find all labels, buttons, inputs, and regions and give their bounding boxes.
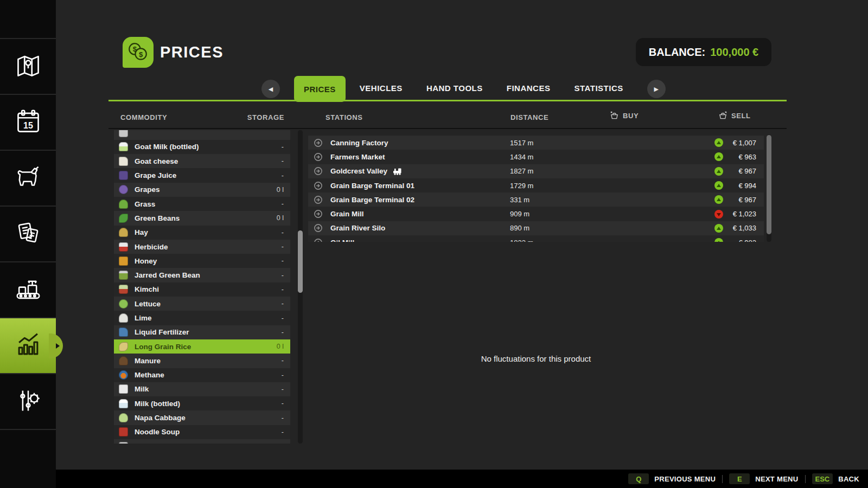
methane-icon: [119, 370, 128, 380]
commodity-row[interactable]: Milk-: [114, 382, 290, 396]
balance-label: BALANCE:: [649, 46, 705, 59]
tabs-prev-button[interactable]: ◀: [261, 80, 280, 98]
svg-text:$: $: [139, 50, 143, 59]
commodity-storage: -: [282, 386, 284, 393]
station-row[interactable]: Grain Barge Terminal 011729 m€ 994: [308, 178, 764, 192]
tab-hand-tools[interactable]: HAND TOOLS: [417, 76, 493, 100]
station-scrollbar-thumb[interactable]: [767, 135, 771, 234]
commodity-row[interactable]: Kimchi-: [114, 282, 290, 297]
commodity-storage: -: [282, 143, 284, 151]
commodity-row[interactable]: Milk (bottled)-: [114, 396, 290, 410]
sidebar-divider: [0, 429, 56, 430]
sidebar-spacer: [0, 0, 56, 38]
goat-cheese-icon: [119, 157, 128, 166]
buy-basket-icon: [610, 111, 619, 120]
honey-icon: [119, 256, 128, 266]
commodity-scrollbar[interactable]: [298, 130, 303, 444]
balance-value: 100,000 €: [710, 46, 758, 59]
liquid-fertilizer-icon: [119, 328, 128, 337]
commodity-row[interactable]: Napa Cabbage-: [114, 410, 290, 425]
commodity-row-partial[interactable]: [114, 439, 290, 444]
map-icon: [14, 51, 43, 82]
commodity-storage: -: [282, 357, 284, 364]
commodity-storage: -: [282, 300, 284, 307]
station-scrollbar[interactable]: [767, 134, 771, 242]
commodity-storage: -: [282, 172, 284, 179]
sidebar-item-statistics[interactable]: [0, 317, 56, 373]
hint-label: PREVIOUS MENU: [654, 475, 716, 483]
station-row[interactable]: Canning Factory1517 m€ 1,007: [308, 136, 764, 150]
commodity-storage: -: [282, 329, 284, 336]
station-sell-price: € 1,033: [728, 224, 756, 232]
station-row[interactable]: Goldcrest Valley1827 m€ 967: [308, 164, 764, 178]
commodity-storage: -: [282, 157, 284, 165]
price-trend-up-icon: [714, 138, 723, 147]
sidebar-item-production[interactable]: [0, 261, 56, 317]
commodity-row[interactable]: Liquid Fertilizer-: [114, 325, 290, 339]
commodity-row[interactable]: Hay-: [114, 226, 290, 240]
commodity-name: Lime: [135, 314, 282, 322]
commodity-row[interactable]: Long Grain Rice0 l: [114, 339, 290, 354]
footer-hint-back[interactable]: ESCBACK: [812, 473, 860, 484]
commodity-name: Herbicide: [135, 243, 282, 251]
commodity-row[interactable]: Goat Milk (bottled)-: [114, 140, 290, 154]
tab-finances[interactable]: FINANCES: [497, 76, 560, 100]
svg-text:15: 15: [23, 120, 33, 130]
commodity-row[interactable]: Grass-: [114, 197, 290, 211]
station-row[interactable]: Grain Barge Terminal 02331 m€ 967: [308, 192, 764, 207]
commodity-row[interactable]: Noodle Soup-: [114, 425, 290, 439]
commodity-scrollbar-thumb[interactable]: [298, 230, 303, 293]
footer-hint-previous-menu[interactable]: QPREVIOUS MENU: [628, 473, 716, 484]
sidebar-item-contracts[interactable]: [0, 206, 56, 261]
tab-statistics[interactable]: STATISTICS: [564, 76, 633, 100]
sidebar-item-animals[interactable]: [0, 150, 56, 206]
sidebar-item-settings[interactable]: [0, 373, 56, 429]
tab-vehicles[interactable]: VEHICLES: [350, 76, 412, 100]
station-row[interactable]: Grain Mill909 m€ 1,023: [308, 207, 764, 221]
commodity-name: Grass: [135, 200, 282, 208]
station-row[interactable]: Grain River Silo890 m€ 1,033: [308, 221, 764, 235]
station-name: Grain Mill: [330, 210, 364, 218]
commodity-name: Milk: [135, 385, 282, 393]
station-goto-icon: [314, 209, 323, 219]
commodity-storage: -: [282, 229, 284, 236]
commodity-row[interactable]: Jarred Green Bean-: [114, 268, 290, 282]
commodity-row[interactable]: Lettuce-: [114, 297, 290, 311]
station-distance: 1434 m: [510, 153, 591, 161]
station-row[interactable]: Oil Mill1833 m€ 982: [308, 235, 764, 242]
station-name: Farmers Market: [330, 153, 385, 161]
commodity-row[interactable]: Lime-: [114, 311, 290, 325]
keycap-e: E: [729, 473, 750, 484]
commodity-row[interactable]: Grape Juice-: [114, 168, 290, 182]
footer-bar: QPREVIOUS MENUENEXT MENUESCBACK: [0, 470, 868, 488]
commodity-row[interactable]: Manure-: [114, 354, 290, 368]
tab-prices[interactable]: PRICES: [294, 76, 346, 102]
station-name: Goldcrest Valley: [330, 167, 387, 175]
prices-screen: 15 $ $ PRICES BALANCE: 100,000 € ◀ PRICE…: [0, 0, 868, 488]
commodity-row[interactable]: Goat cheese-: [114, 154, 290, 168]
column-header-stations: STATIONS: [326, 113, 363, 121]
footer-hint-next-menu[interactable]: ENEXT MENU: [729, 473, 798, 484]
commodity-storage: 0 l: [277, 343, 284, 350]
commodity-storage: 0 l: [277, 214, 284, 222]
commodity-row[interactable]: Green Beans0 l: [114, 211, 290, 225]
sidebar-item-calendar[interactable]: 15: [0, 94, 56, 150]
commodity-row[interactable]: Methane-: [114, 368, 290, 382]
tabs-next-button[interactable]: ▶: [647, 80, 666, 98]
sidebar-item-map[interactable]: [0, 38, 56, 94]
station-goto-icon: [314, 238, 323, 242]
column-header-distance: DISTANCE: [510, 113, 548, 121]
commodity-storage: -: [282, 200, 284, 208]
commodity-row-partial[interactable]: [114, 130, 290, 140]
station-distance: 1517 m: [510, 139, 591, 147]
station-name-wrap: Grain Barge Terminal 02: [330, 196, 510, 204]
commodity-row[interactable]: Herbicide-: [114, 240, 290, 254]
price-trend-up-icon: [714, 224, 723, 233]
price-trend-up-icon: [714, 152, 723, 161]
page-title: PRICES: [160, 43, 224, 61]
long-grain-rice-icon: [119, 342, 128, 351]
keycap-esc: ESC: [812, 473, 833, 484]
station-row[interactable]: Farmers Market1434 m€ 963: [308, 150, 764, 164]
commodity-row[interactable]: Grapes0 l: [114, 183, 290, 197]
commodity-row[interactable]: Honey-: [114, 254, 290, 268]
